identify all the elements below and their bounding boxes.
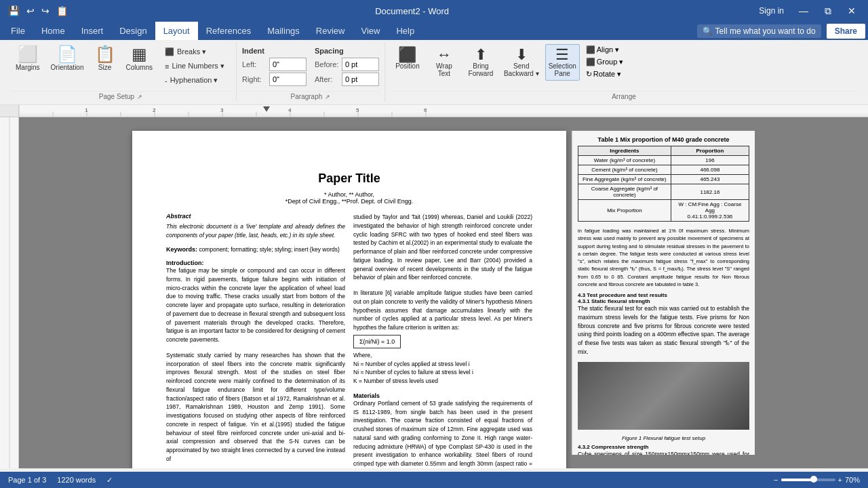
position-icon: ⬛ [398, 47, 416, 62]
intro-section: Introduction: The fatigue may be simple … [166, 260, 345, 464]
bring-forward-button[interactable]: ⬆ Bring Forward [464, 44, 498, 81]
tab-insert[interactable]: Insert [73, 22, 112, 40]
document-area[interactable]: Paper Title * Author, ** Author, *Dept o… [19, 117, 868, 468]
indent-right-label: Right: [242, 75, 267, 83]
tab-layout[interactable]: Layout [155, 22, 198, 40]
align-group-rotate-stack: ⬛ Align ▾ ⬛ Group ▾ ↻ Rotate ▾ [583, 44, 627, 80]
page-setup-expand[interactable]: ↗ [137, 94, 142, 100]
send-backward-label: Send Backward ▾ [504, 62, 539, 77]
title-bar: 💾 ↩ ↪ 📋 Document2 - Word Sign in — ⧉ ✕ [0, 0, 868, 22]
zoom-out-button[interactable]: − [774, 476, 778, 484]
position-button[interactable]: ⬛ Position [391, 44, 425, 73]
hyphenation-button[interactable]: - Hyphenation ▾ [160, 74, 229, 87]
materials-text: Ordinary Portland cement of 53 grade sat… [353, 399, 532, 468]
table-row: Fine Aggregate (kg/m³ of concrete) 465.2… [578, 175, 749, 184]
selection-pane-button[interactable]: ☰ Selection Pane [545, 44, 580, 81]
section431-text: The static flexural test for each mix wa… [578, 304, 749, 357]
tab-view[interactable]: View [353, 22, 388, 40]
table-row: Coarse Aggregate (kg/m³ of concrete) 118… [578, 184, 749, 200]
maximize-button[interactable]: ⧉ [818, 3, 838, 20]
indent-right-row: Right: [242, 73, 307, 86]
formula-box: Σ(ni/Ni) = 1.0 [353, 335, 401, 348]
table-row: Cement (kg/m³ of concrete) 466.098 [578, 165, 749, 175]
send-backward-icon: ⬇ [515, 47, 528, 62]
signin-button[interactable]: Sign in [753, 3, 789, 18]
minimize-button[interactable]: — [792, 3, 815, 19]
ribbon-tabs: File Home Insert Design Layout Reference… [0, 22, 868, 40]
save-button[interactable]: 💾 [5, 4, 22, 18]
position-label: Position [395, 62, 420, 70]
redo-button[interactable]: ↪ [39, 4, 52, 18]
close-button[interactable]: ✕ [841, 3, 863, 19]
formula-text: Σ(ni/Ni) = 1.0 [359, 338, 395, 345]
tab-help[interactable]: Help [388, 22, 422, 40]
tab-design[interactable]: Design [111, 22, 155, 40]
spacing-after-row: After: [315, 73, 379, 86]
right-col-text2: In literature [6] variable amplitude fat… [353, 289, 532, 332]
spacing-col: Spacing Before: After: [315, 47, 379, 86]
page-info: Page 1 of 3 [8, 476, 46, 484]
align-button[interactable]: ⬛ Align ▾ [583, 44, 627, 56]
group-label: Group ▾ [597, 58, 624, 66]
search-placeholder: Tell me what you want to do [715, 26, 816, 36]
tab-mailings[interactable]: Mailings [259, 22, 308, 40]
tab-review[interactable]: Review [308, 22, 353, 40]
indent-left-input[interactable] [269, 58, 307, 71]
tab-home[interactable]: Home [33, 22, 73, 40]
rotate-button[interactable]: ↻ Rotate ▾ [583, 68, 627, 80]
group-icon: ⬛ [586, 58, 595, 66]
spacing-after-input[interactable] [342, 73, 379, 86]
tab-file[interactable]: File [3, 22, 33, 40]
breaks-icon: ⬛ [165, 47, 174, 56]
tab-references[interactable]: References [198, 22, 259, 40]
breaks-button[interactable]: ⬛ Breaks ▾ [160, 45, 229, 58]
abstract-text: This electronic document is a 'live' tem… [166, 222, 345, 240]
size-button[interactable]: 📋 Size [90, 44, 120, 74]
table-row: Water (kg/m³ of concrete) 196 [578, 156, 749, 165]
keywords-text: component; formatting; style; styling; i… [199, 246, 339, 253]
materials-heading: Materials [353, 392, 532, 399]
table1-header-row: Ingredients Proportion [578, 146, 749, 156]
orientation-label: Orientation [51, 64, 84, 72]
ribbon-content: ⬜ Margins 📄 Orientation 📋 Size ▦ Columns… [0, 40, 868, 105]
search-icon: 🔍 [703, 26, 713, 36]
selection-pane-label: Selection Pane [549, 62, 576, 77]
spacing-after-label: After: [315, 75, 339, 83]
customize-button[interactable]: 📋 [54, 4, 71, 18]
document-page: Paper Title * Author, ** Author, *Dept o… [132, 131, 566, 468]
share-button[interactable]: Share [827, 24, 865, 39]
svg-marker-19 [263, 106, 270, 112]
wrap-text-button[interactable]: ↔ Wrap Text [427, 44, 461, 81]
size-icon: 📋 [95, 46, 115, 62]
zoom-in-button[interactable]: + [838, 476, 842, 484]
margins-button[interactable]: ⬜ Margins [11, 44, 45, 74]
svg-text:6: 6 [424, 107, 427, 113]
columns-button[interactable]: ▦ Columns [121, 44, 157, 74]
margins-label: Margins [16, 64, 40, 72]
figure1-image [578, 362, 749, 430]
spacing-before-row: Before: [315, 58, 379, 71]
section431-title: 4.3.1 Static flexural strength [578, 298, 749, 304]
group-button[interactable]: ⬛ Group ▾ [583, 56, 627, 68]
status-bar: Page 1 of 3 1220 words ✓ − + 70% [0, 472, 868, 488]
paragraph-expand[interactable]: ↗ [325, 94, 330, 100]
orientation-button[interactable]: 📄 Orientation [46, 44, 89, 74]
indent-left-row: Left: [242, 58, 307, 71]
indent-right-input[interactable] [269, 73, 307, 86]
keywords: Keywords: component; formatting; style; … [166, 245, 345, 255]
table1: Ingredients Proportion Water (kg/m³ of c… [578, 146, 749, 222]
table1-title: Table 1 Mix proportion of M40 grade conc… [578, 136, 749, 143]
zoom-thumb[interactable] [810, 476, 817, 483]
line-numbers-button[interactable]: ≡ Line Numbers ▾ [160, 60, 229, 73]
send-backward-button[interactable]: ⬇ Send Backward ▾ [500, 44, 542, 81]
line-numbers-label: Line Numbers ▾ [172, 62, 224, 70]
ruler-corner [0, 105, 19, 117]
zoom-track[interactable] [781, 479, 835, 481]
authors: * Author, ** Author, *Dept of Civil Engg… [166, 191, 532, 205]
undo-button[interactable]: ↩ [24, 4, 37, 18]
section43-title: 4.3 Test procedure and test results [578, 292, 749, 298]
right-column: studied by Taylor and Tait (1999) wherea… [353, 213, 532, 468]
search-box[interactable]: 🔍 Tell me what you want to do [697, 24, 821, 38]
align-label: Align ▾ [597, 45, 620, 54]
spacing-before-input[interactable] [342, 58, 379, 71]
